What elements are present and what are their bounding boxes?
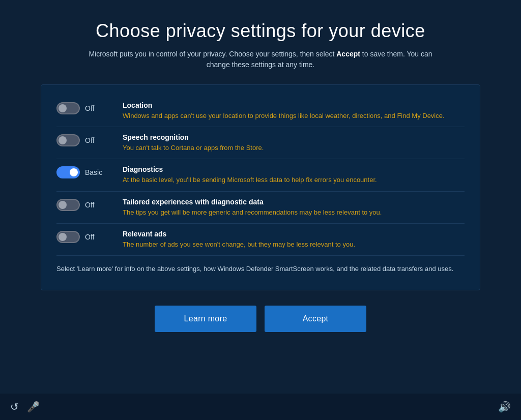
subtitle-normal: Microsoft puts you in control of your pr… — [89, 50, 336, 58]
diagnostics-toggle[interactable] — [56, 166, 80, 178]
info-text: Select 'Learn more' for info on the abov… — [56, 264, 453, 274]
tailored-toggle-area: Off — [56, 198, 112, 211]
tailored-desc: The tips you get will be more generic an… — [123, 208, 465, 217]
speech-toggle[interactable] — [56, 134, 80, 146]
location-title: Location — [123, 101, 465, 109]
page-subtitle: Microsoft puts you in control of your pr… — [82, 49, 439, 70]
location-toggle-label: Off — [85, 104, 94, 112]
ads-content: Relevant ads The number of ads you see w… — [123, 230, 465, 249]
volume-icon[interactable]: 🔊 — [498, 401, 511, 413]
microphone-icon[interactable]: 🎤 — [27, 401, 40, 413]
diagnostics-desc: At the basic level, you'll be sending Mi… — [123, 175, 465, 185]
page-title: Choose privacy settings for your device — [96, 20, 425, 42]
tailored-content: Tailored experiences with diagnostic dat… — [123, 198, 465, 217]
ads-toggle-label: Off — [85, 233, 94, 241]
location-toggle-area: Off — [56, 101, 112, 114]
speech-desc: You can't talk to Cortana or apps from t… — [123, 143, 465, 153]
taskbar: ↺ 🎤 🔊 — [0, 394, 521, 420]
subtitle-bold: Accept — [336, 50, 360, 58]
speech-title: Speech recognition — [123, 133, 465, 141]
diagnostics-content: Diagnostics At the basic level, you'll b… — [123, 165, 465, 185]
buttons-row: Learn more Accept — [41, 306, 480, 332]
ads-toggle-area: Off — [56, 230, 112, 243]
info-row: Select 'Learn more' for info on the abov… — [56, 256, 465, 280]
tailored-title: Tailored experiences with diagnostic dat… — [123, 198, 465, 206]
learn-more-button[interactable]: Learn more — [155, 306, 256, 332]
tailored-toggle-label: Off — [85, 201, 94, 209]
setting-row-tailored: Off Tailored experiences with diagnostic… — [56, 192, 465, 224]
location-desc: Windows and apps can't use your location… — [123, 111, 465, 121]
speech-toggle-label: Off — [85, 136, 94, 144]
location-toggle[interactable] — [56, 102, 80, 114]
diagnostics-toggle-area: Basic — [56, 165, 112, 178]
taskbar-left: ↺ 🎤 — [10, 401, 498, 413]
speech-content: Speech recognition You can't talk to Cor… — [123, 133, 465, 153]
diagnostics-title: Diagnostics — [123, 165, 465, 173]
setting-row-speech: Off Speech recognition You can't talk to… — [56, 127, 465, 159]
ads-toggle[interactable] — [56, 231, 80, 243]
setting-row-location: Off Location Windows and apps can't use … — [56, 95, 465, 127]
main-container: Choose privacy settings for your device … — [0, 0, 521, 394]
tailored-toggle[interactable] — [56, 199, 80, 211]
setting-row-diagnostics: Basic Diagnostics At the basic level, yo… — [56, 159, 465, 191]
diagnostics-toggle-label: Basic — [85, 168, 102, 176]
setting-row-ads: Off Relevant ads The number of ads you s… — [56, 224, 465, 256]
taskbar-right: 🔊 — [498, 401, 511, 413]
ads-desc: The number of ads you see won't change, … — [123, 240, 465, 249]
accept-button[interactable]: Accept — [265, 306, 366, 332]
ads-title: Relevant ads — [123, 230, 465, 238]
settings-panel: Off Location Windows and apps can't use … — [41, 84, 480, 290]
location-content: Location Windows and apps can't use your… — [123, 101, 465, 121]
speech-toggle-area: Off — [56, 133, 112, 146]
back-icon[interactable]: ↺ — [10, 401, 19, 413]
